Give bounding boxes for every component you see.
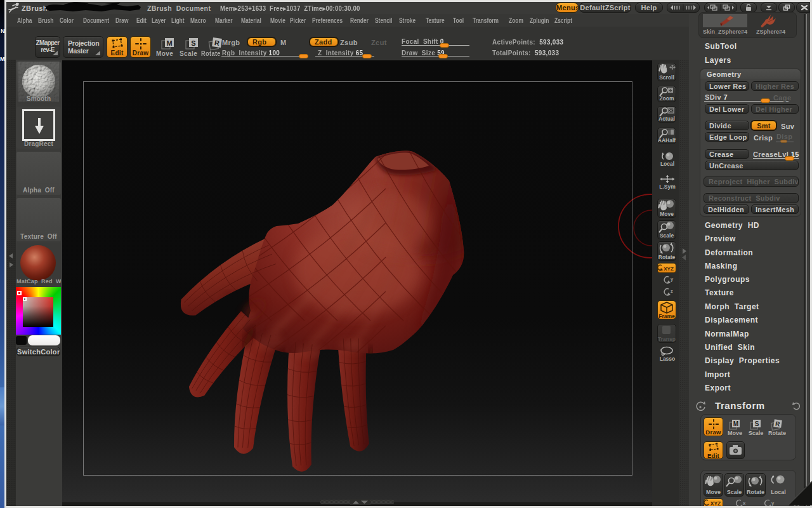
svg-text:Rotate: Rotate [768,430,786,436]
svg-text:z: z [671,288,673,294]
svg-text:y: y [671,276,674,282]
svg-text:y: y [771,500,775,506]
svg-text:Scroll: Scroll [659,74,674,81]
svg-text:Frame: Frame [658,313,675,319]
svg-text:XYZ: XYZ [710,500,721,506]
svg-text:Rotate: Rotate [747,489,764,495]
svg-text:Move: Move [660,211,674,217]
svg-text:Scale: Scale [727,489,742,495]
svg-text:M: M [166,39,172,47]
svg-text:XYZ: XYZ [664,266,674,272]
svg-text:Zoom: Zoom [659,95,674,102]
svg-text:S: S [191,39,195,47]
svg-text:Local: Local [660,161,674,167]
svg-text:x: x [743,500,746,506]
svg-text:Scale: Scale [749,430,764,436]
svg-text:R: R [214,39,220,47]
svg-text:Move: Move [706,489,721,495]
svg-text:Scale: Scale [660,232,674,239]
svg-text:S: S [755,420,759,427]
svg-text:Transp: Transp [658,336,676,342]
svg-text:Rotate: Rotate [658,254,676,260]
svg-text:Actual: Actual [658,116,675,122]
svg-text:L.Sym: L.Sym [659,184,676,190]
svg-text:AAHalf: AAHalf [658,137,676,144]
svg-text:Lasso: Lasso [660,356,676,362]
svg-text:Move: Move [728,430,742,436]
svg-text:M: M [733,420,738,427]
